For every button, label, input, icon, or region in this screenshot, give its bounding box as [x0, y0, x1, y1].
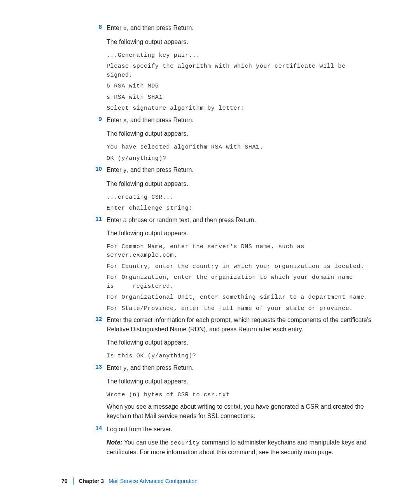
following-text: The following output appears. — [107, 377, 373, 386]
instruction-text: Log out from the server. — [107, 425, 373, 434]
step-number: 14 — [61, 425, 107, 461]
step-number: 12 — [61, 315, 107, 351]
instruction-text: Enter the correct information for each p… — [107, 315, 373, 334]
step-11: 11 Enter a phrase or random text, and th… — [61, 215, 373, 242]
step-number: 13 — [61, 363, 107, 390]
code-output: You have selected algorithm RSA with SHA… — [107, 143, 373, 163]
following-text: The following output appears. — [107, 338, 373, 347]
code-inline: security — [170, 440, 200, 446]
code-output: ...Generating key pair... Please specify… — [107, 51, 373, 113]
step-body: Enter a phrase or random text, and then … — [107, 215, 373, 242]
page-number: 70 — [61, 478, 68, 484]
instruction-text: Enter s, and then press Return. — [107, 116, 373, 126]
code-output: ...creating CSR... Enter challenge strin… — [107, 193, 373, 213]
page-footer: 70 Chapter 3 Mail Service Advanced Confi… — [61, 478, 198, 485]
step-9: 9 Enter s, and then press Return. The fo… — [61, 116, 373, 143]
step-8: 8 Enter b, and then press Return. The fo… — [61, 23, 373, 51]
code-inline: b — [123, 25, 127, 32]
step-13: 13 Enter y, and then press Return. The f… — [61, 363, 373, 390]
note-label: Note: — [107, 439, 122, 446]
instruction-text: Enter y, and then press Return. — [107, 363, 373, 373]
chapter-title: Mail Service Advanced Configuration — [108, 478, 198, 484]
step-body: Enter y, and then press Return. The foll… — [107, 165, 373, 192]
following-text: The following output appears. — [107, 179, 373, 189]
step-body: Enter the correct information for each p… — [107, 315, 373, 351]
chapter-label: Chapter 3 — [79, 478, 104, 484]
step-number: 10 — [61, 165, 107, 192]
step-14: 14 Log out from the server. Note: You ca… — [61, 425, 373, 461]
code-inline: y — [123, 365, 127, 372]
step-10: 10 Enter y, and then press Return. The f… — [61, 165, 373, 192]
step-number: 9 — [61, 116, 107, 143]
instruction-text: Enter a phrase or random text, and then … — [107, 215, 373, 225]
following-text: The following output appears. — [107, 37, 373, 47]
code-output: Wrote (n) bytes of CSR to csr.txt — [107, 391, 373, 400]
step-12: 12 Enter the correct information for eac… — [61, 315, 373, 351]
note-text: Note: You can use the security command t… — [107, 438, 373, 457]
following-text: The following output appears. — [107, 129, 373, 138]
instruction-text: Enter b, and then press Return. — [107, 23, 373, 33]
footer-divider — [73, 478, 74, 485]
after-text: When you see a message about writing to … — [107, 402, 373, 421]
step-body: Enter b, and then press Return. The foll… — [107, 23, 373, 51]
instruction-text: Enter y, and then press Return. — [107, 165, 373, 175]
step-body: Enter s, and then press Return. The foll… — [107, 116, 373, 143]
page-content: 8 Enter b, and then press Return. The fo… — [0, 0, 420, 461]
step-number: 8 — [61, 23, 107, 51]
code-inline: s — [123, 117, 127, 124]
step-body: Enter y, and then press Return. The foll… — [107, 363, 373, 390]
step-body: Log out from the server. Note: You can u… — [107, 425, 373, 461]
step-number: 11 — [61, 215, 107, 242]
following-text: The following output appears. — [107, 229, 373, 238]
code-inline: y — [123, 167, 127, 174]
code-output: For Common Name, enter the server's DNS … — [107, 243, 373, 313]
code-output: Is this OK (y/anything)? — [107, 352, 373, 361]
